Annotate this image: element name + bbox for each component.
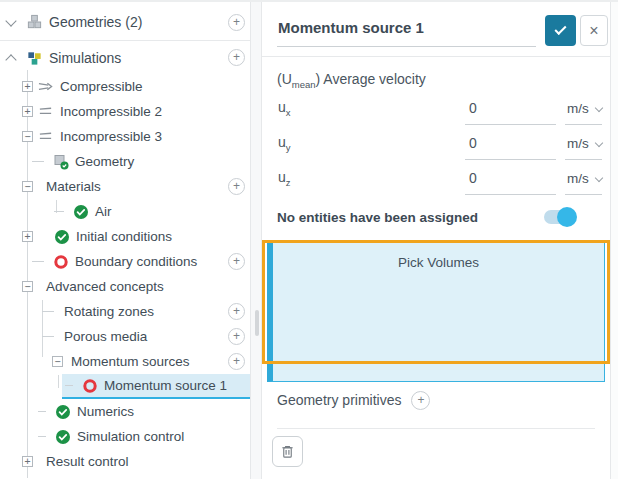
tree-branch-line (54, 211, 64, 212)
panel-title-input[interactable]: Momentum source 1 (277, 15, 536, 47)
expander-plus-icon[interactable] (22, 456, 33, 467)
confirm-button[interactable] (545, 15, 576, 46)
tree-item-numerics[interactable]: Numerics (0, 399, 250, 424)
geometry-cube-check-icon (52, 153, 69, 170)
momentum-source-panel: Momentum source 1 (Umean) Average veloci… (262, 2, 610, 479)
error-ring-icon (52, 253, 69, 270)
tree-item-simulation-control[interactable]: Simulation control (0, 424, 250, 449)
expander-plus-icon[interactable] (22, 106, 33, 117)
uz-value-input[interactable]: 0 (465, 170, 556, 195)
panel-splitter[interactable] (250, 2, 262, 479)
geometry-primitives-label: Geometry primitives (277, 392, 401, 408)
geometry-primitives-row: Geometry primitives (277, 386, 595, 414)
chevron-up-icon[interactable] (5, 54, 16, 65)
chevron-down-icon (595, 103, 603, 111)
tree-item-label: Geometries (2) (49, 14, 142, 30)
add-material-button[interactable] (228, 178, 245, 195)
tree-item-mesh[interactable]: Mesh (0, 474, 250, 479)
uy-label: uy (278, 134, 291, 153)
tree-branch-line (42, 311, 54, 312)
check-icon (554, 23, 566, 35)
incompressible-icon (37, 103, 54, 120)
close-button[interactable] (580, 15, 608, 46)
uz-label: uz (278, 169, 291, 188)
error-ring-icon (81, 377, 98, 394)
expander-minus-icon[interactable] (22, 181, 33, 192)
simulations-cubes-icon (26, 49, 43, 66)
tree-branch-line (38, 411, 46, 412)
chevron-down-icon[interactable] (5, 15, 16, 26)
tree-item-label: Simulations (49, 50, 121, 66)
tree-item-advanced-concepts[interactable]: Advanced concepts (0, 274, 250, 299)
velocity-row-uy: uy 0 m/s (277, 127, 595, 162)
tree-branch-line (32, 261, 44, 262)
average-velocity-section-label: (Umean) Average velocity (277, 66, 595, 92)
expander-plus-icon[interactable] (22, 81, 33, 92)
pick-volumes-dropzone[interactable]: Pick Volumes (267, 242, 605, 382)
incompressible-icon (37, 128, 54, 145)
tree-item-porous-media[interactable]: Porous media (0, 324, 250, 349)
velocity-row-uz: uz 0 m/s (277, 162, 595, 197)
tree-item-air[interactable]: Air (0, 199, 250, 224)
tree-item-label: Advanced concepts (46, 279, 164, 294)
tree-item-label: Result control (46, 454, 129, 469)
tree-item-label: Incompressible 3 (60, 129, 162, 144)
tree-item-compressible[interactable]: Compressible (0, 74, 250, 99)
tree-connector-line (58, 375, 59, 388)
compressible-icon (37, 78, 54, 95)
panel-body: (Umean) Average velocity ux 0 m/s uy 0 m… (262, 66, 610, 467)
add-geometry-primitive-button[interactable] (411, 391, 430, 410)
tree-item-incompressible-3[interactable]: Incompressible 3 (0, 124, 250, 149)
expander-plus-icon[interactable] (22, 231, 33, 242)
ux-unit-select[interactable]: m/s (565, 101, 602, 125)
tree-branch-line (65, 385, 73, 386)
tree-item-geometry[interactable]: Geometry (0, 149, 250, 174)
uy-value-input[interactable]: 0 (465, 135, 556, 160)
tree-item-label: Momentum source 1 (104, 378, 227, 393)
panel-header: Momentum source 1 (262, 2, 610, 57)
tree-item-label: Numerics (77, 404, 134, 419)
splitter-grip-handle[interactable] (255, 310, 259, 336)
chevron-down-icon (595, 138, 603, 146)
tree-item-materials[interactable]: Materials (0, 174, 250, 199)
tree-item-rotating-zones[interactable]: Rotating zones (0, 299, 250, 324)
add-simulation-button[interactable] (228, 49, 245, 66)
toggle-knob (557, 207, 577, 227)
tree-item-momentum-source-1[interactable]: Momentum source 1 (62, 374, 250, 399)
tree-item-boundary-conditions[interactable]: Boundary conditions (0, 249, 250, 274)
tree-item-label: Compressible (60, 79, 143, 94)
tree-item-result-control[interactable]: Result control (0, 449, 250, 474)
simulation-tree: Geometries (2) Simulations Compressible … (0, 4, 250, 479)
add-geometry-button[interactable] (228, 14, 245, 31)
tree-item-label: Incompressible 2 (60, 104, 162, 119)
panel-footer (277, 428, 595, 467)
add-momentum-source-button[interactable] (228, 353, 245, 370)
tree-item-initial-conditions[interactable]: Initial conditions (0, 224, 250, 249)
tree-branch-line (32, 161, 44, 162)
tree-item-label: Momentum sources (71, 354, 190, 369)
tree-branch-line (42, 336, 54, 337)
expander-minus-icon[interactable] (52, 356, 63, 367)
tree-item-geometries[interactable]: Geometries (2) (0, 4, 250, 41)
uy-unit-select[interactable]: m/s (565, 136, 602, 160)
check-circle-icon (72, 203, 89, 220)
tree-item-simulations[interactable]: Simulations (0, 41, 250, 74)
add-boundary-condition-button[interactable] (228, 253, 245, 270)
expander-minus-icon[interactable] (22, 281, 33, 292)
tree-item-label: Initial conditions (76, 229, 172, 244)
velocity-row-ux: ux 0 m/s (277, 92, 595, 127)
tree-item-label: Simulation control (77, 429, 184, 444)
tree-item-momentum-sources[interactable]: Momentum sources (0, 349, 250, 374)
viewport-edge (610, 2, 618, 479)
add-porous-media-button[interactable] (228, 328, 245, 345)
ux-value-input[interactable]: 0 (465, 100, 556, 125)
uz-unit-select[interactable]: m/s (565, 171, 602, 195)
expander-minus-icon[interactable] (22, 131, 33, 142)
check-circle-icon (53, 228, 70, 245)
add-rotating-zone-button[interactable] (228, 303, 245, 320)
assignment-toggle[interactable] (544, 210, 574, 224)
tree-item-label: Materials (46, 179, 101, 194)
delete-button[interactable] (272, 436, 303, 467)
check-circle-icon (54, 403, 71, 420)
tree-item-incompressible-2[interactable]: Incompressible 2 (0, 99, 250, 124)
